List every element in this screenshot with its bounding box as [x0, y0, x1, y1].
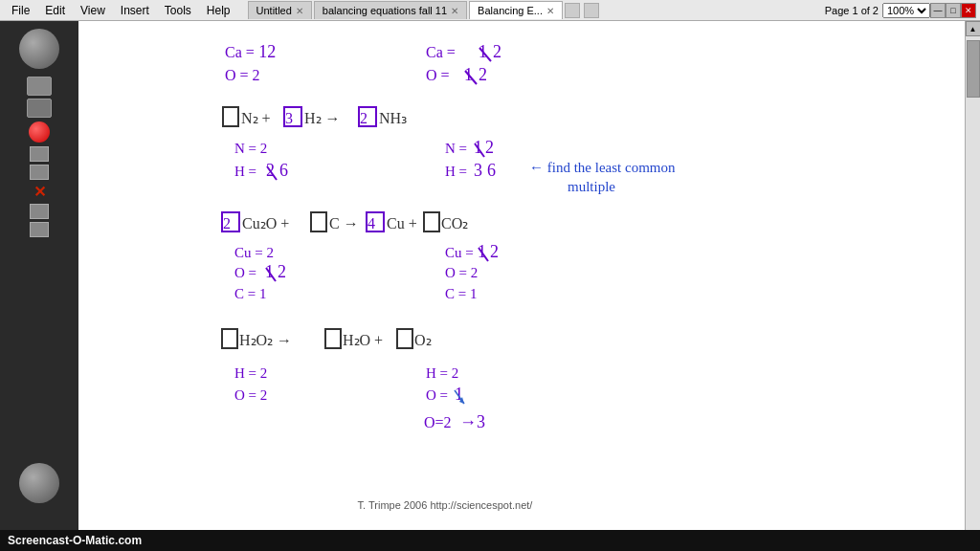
svg-text:H =: H = — [445, 164, 467, 179]
svg-text:O =: O = — [426, 67, 450, 83]
tool-2[interactable] — [30, 165, 49, 180]
tool-1[interactable] — [30, 146, 49, 162]
svg-text:Ca =: Ca = — [426, 44, 456, 60]
svg-text:O = 2: O = 2 — [225, 67, 260, 83]
menubar: File Edit View Insert Tools Help Untitle… — [0, 0, 980, 21]
svg-text:multiple: multiple — [568, 179, 615, 194]
svg-text:2: 2 — [360, 110, 368, 126]
svg-text:3: 3 — [285, 110, 293, 126]
svg-text:← find the least common: ← find the least common — [529, 160, 676, 175]
tool-row2: ✕ — [30, 146, 49, 237]
menu-file[interactable]: File — [4, 2, 37, 19]
svg-text:Cu₂O +: Cu₂O + — [242, 215, 289, 231]
svg-text:O =: O = — [234, 265, 256, 280]
tab-balancing-active[interactable]: Balancing E... ✕ — [469, 1, 563, 19]
content-area[interactable]: Ca = 12 O = 2 Ca = 1 2 O = 1 2 N₂ + — [78, 21, 965, 551]
menu-edit[interactable]: Edit — [37, 2, 73, 19]
window-minimize-btn[interactable]: — — [930, 3, 946, 18]
svg-text:2: 2 — [493, 42, 501, 61]
svg-text:Cu = 2: Cu = 2 — [234, 245, 274, 260]
tab-untitled[interactable]: Untitled ✕ — [248, 1, 312, 19]
svg-text:H₂O +: H₂O + — [343, 332, 383, 348]
tab-icon — [565, 3, 580, 18]
svg-text:2: 2 — [490, 242, 499, 261]
whiteboard-svg: Ca = 12 O = 2 Ca = 1 2 O = 1 2 N₂ + — [78, 21, 965, 551]
svg-rect-0 — [81, 21, 962, 551]
scroll-up-btn[interactable]: ▲ — [966, 21, 981, 36]
sidebar-top-button[interactable] — [19, 29, 59, 69]
svg-text:O = 2: O = 2 — [234, 387, 267, 403]
svg-text:3: 3 — [474, 161, 482, 180]
svg-text:O =: O = — [426, 387, 448, 403]
svg-text:6: 6 — [279, 161, 288, 180]
menu-insert[interactable]: Insert — [113, 2, 157, 19]
page-info: Page 1 of 2 — [825, 5, 879, 16]
svg-text:O₂: O₂ — [414, 332, 432, 348]
svg-text:H =: H = — [234, 164, 256, 179]
svg-text:→3: →3 — [459, 412, 485, 431]
svg-text:H = 2: H = 2 — [426, 365, 458, 381]
tool-row — [27, 77, 52, 118]
svg-text:O = 2: O = 2 — [445, 265, 478, 280]
tool-4[interactable] — [30, 222, 49, 237]
svg-text:Cu +: Cu + — [387, 215, 417, 231]
tool-3[interactable] — [30, 204, 49, 219]
canvas: Ca = 12 O = 2 Ca = 1 2 O = 1 2 N₂ + — [78, 21, 965, 551]
svg-text:T. Trimpe 2006  http://science: T. Trimpe 2006 http://sciencespot.net/ — [358, 499, 534, 511]
window-maximize-btn[interactable]: □ — [946, 3, 961, 18]
bottombar: Screencast-O-Matic.com — [0, 530, 980, 551]
svg-text:CO₂: CO₂ — [441, 215, 468, 231]
svg-text:Cu =: Cu = — [445, 245, 474, 260]
svg-text:2: 2 — [485, 138, 494, 157]
menu-tools[interactable]: Tools — [157, 2, 199, 19]
svg-text:2: 2 — [223, 215, 231, 231]
tab-icon2 — [584, 3, 599, 18]
svg-text:Ca = 12: Ca = 12 — [225, 42, 276, 61]
brand-label: Screencast-O-Matic.com — [8, 534, 142, 547]
tab-bar: Untitled ✕ balancing equations fall 11 ✕… — [248, 1, 821, 19]
window-close-btn[interactable]: ✕ — [961, 3, 976, 18]
tool-select[interactable] — [27, 99, 52, 118]
tab-balancing-fall11[interactable]: balancing equations fall 11 ✕ — [314, 1, 467, 19]
page-controls: Page 1 of 2 100% 75% 50% — [825, 3, 930, 18]
scroll-thumb[interactable] — [967, 40, 980, 98]
svg-text:C = 1: C = 1 — [234, 286, 266, 301]
svg-text:H₂  →: H₂ → — [304, 110, 341, 126]
main-area: ✕ Ca = 12 O = 2 Ca = 1 2 — [0, 21, 980, 551]
tab-label: balancing equations fall 11 — [323, 5, 447, 16]
menu-view[interactable]: View — [73, 2, 113, 19]
svg-text:N₂ +: N₂ + — [241, 110, 271, 126]
menu-help[interactable]: Help — [199, 2, 238, 19]
tab-close-active[interactable]: ✕ — [546, 6, 554, 16]
svg-text:O=2: O=2 — [424, 414, 452, 430]
svg-text:N = 2: N = 2 — [234, 141, 267, 156]
svg-text:H = 2: H = 2 — [234, 365, 267, 381]
record-button[interactable] — [29, 121, 50, 143]
scrollbar[interactable]: ▲ ▼ — [965, 21, 980, 551]
tab-label: Balancing E... — [478, 5, 543, 16]
svg-text:4: 4 — [368, 215, 375, 231]
svg-text:H₂O₂  →: H₂O₂ → — [239, 332, 292, 348]
sidebar: ✕ — [0, 21, 78, 551]
svg-text:C = 1: C = 1 — [445, 286, 477, 301]
sidebar-bottom-button[interactable] — [19, 463, 59, 503]
tab-label: Untitled — [256, 5, 292, 16]
tab-close-fall11[interactable]: ✕ — [451, 6, 458, 16]
zoom-select[interactable]: 100% 75% 50% — [882, 3, 930, 18]
tool-pencil[interactable] — [27, 77, 52, 96]
tab-close-untitled[interactable]: ✕ — [296, 6, 303, 16]
svg-text:NH₃: NH₃ — [379, 110, 407, 126]
svg-text:6: 6 — [487, 161, 496, 180]
delete-icon[interactable]: ✕ — [33, 183, 46, 201]
svg-text:C  →: C → — [329, 215, 359, 231]
svg-text:N =: N = — [445, 141, 467, 156]
svg-text:2: 2 — [479, 65, 487, 84]
svg-text:2: 2 — [278, 262, 286, 281]
